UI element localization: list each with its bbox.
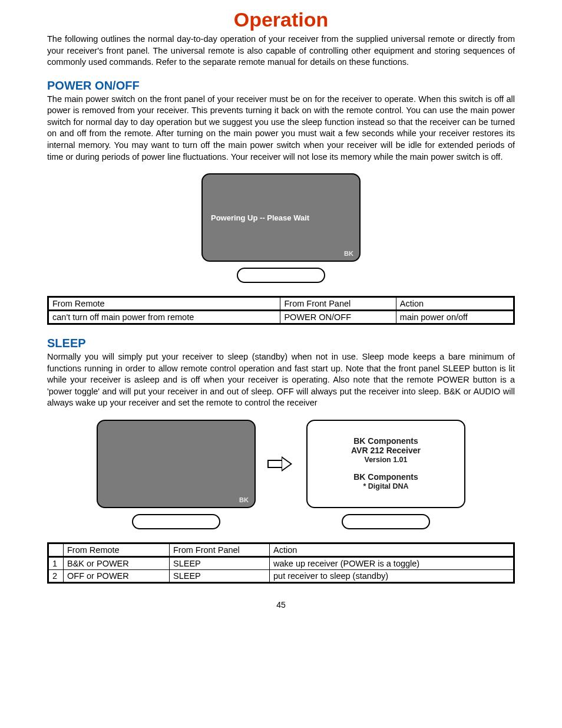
table-header: Action xyxy=(396,297,514,311)
table-cell: can't turn off main power from remote xyxy=(48,311,280,324)
table-cell: POWER ON/OFF xyxy=(280,311,396,324)
under-bar xyxy=(237,268,325,283)
section-heading-power: POWER ON/OFF xyxy=(47,79,515,93)
power-screen-illustration: Powering Up -- Please Wait BK xyxy=(47,173,515,283)
table-cell: wake up receiver (POWER is a toggle) xyxy=(270,556,514,569)
lcd-screen-info: BK Components AVR 212 Receiver Version 1… xyxy=(306,420,465,508)
table-cell: main power on/off xyxy=(396,311,514,324)
under-bar xyxy=(132,514,220,529)
table-cell: 1 xyxy=(48,556,64,569)
bk-badge: BK xyxy=(344,250,353,257)
table-cell: B&K or POWER xyxy=(64,556,170,569)
table-cell: SLEEP xyxy=(170,556,270,569)
sleep-right-stack: BK Components AVR 212 Receiver Version 1… xyxy=(306,420,465,529)
info-line: BK Components xyxy=(353,473,418,482)
table-cell: OFF or POWER xyxy=(64,569,170,582)
table-header xyxy=(48,543,64,556)
under-bar xyxy=(342,514,430,529)
page-title: Operation xyxy=(47,8,515,31)
page-number: 45 xyxy=(47,600,515,610)
section-heading-sleep: SLEEP xyxy=(47,337,515,350)
table-header: From Remote xyxy=(48,297,280,311)
lcd-screen-blank: BK xyxy=(97,420,256,508)
table-header: From Front Panel xyxy=(170,543,270,556)
sleep-paragraph: Normally you will simply put your receiv… xyxy=(47,351,515,409)
sleep-left-stack: BK xyxy=(97,420,256,529)
bk-badge: BK xyxy=(239,496,249,503)
table-cell: put receiver to sleep (standby) xyxy=(270,569,514,582)
power-paragraph: The main power switch on the front panel… xyxy=(47,94,515,163)
info-line: BK Components xyxy=(353,437,418,446)
sleep-illustration-row: BK BK Components AVR 212 Receiver Versio… xyxy=(47,420,515,529)
info-line: AVR 212 Receiver xyxy=(351,446,421,456)
info-line: Version 1.01 xyxy=(365,456,408,464)
info-line: * Digital DNA xyxy=(363,482,408,490)
table-header: Action xyxy=(270,543,514,556)
sleep-action-table: From Remote From Front Panel Action 1 B&… xyxy=(47,542,515,584)
arrow-right-icon xyxy=(267,456,295,472)
lcd-message: Powering Up -- Please Wait xyxy=(203,213,359,222)
intro-paragraph: The following outlines the normal day-to… xyxy=(47,34,515,68)
table-header: From Remote xyxy=(64,543,170,556)
lcd-screen: Powering Up -- Please Wait BK xyxy=(201,173,361,262)
power-action-table: From Remote From Front Panel Action can'… xyxy=(47,296,515,325)
table-cell: SLEEP xyxy=(170,569,270,582)
table-cell: 2 xyxy=(48,569,64,582)
table-header: From Front Panel xyxy=(280,297,396,311)
